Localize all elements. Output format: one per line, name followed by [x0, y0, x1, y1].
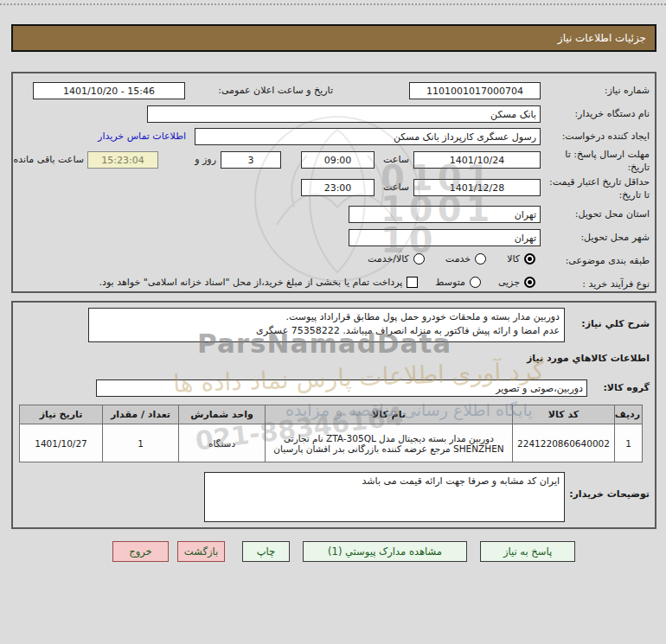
need-number-label: شماره نیاز:	[605, 85, 650, 96]
cell-goods-code: 2241220860640002	[513, 424, 615, 462]
radio-option-jozii[interactable]: جزیی	[498, 277, 535, 288]
creator-label: ایجاد کننده درخواست:	[562, 131, 650, 142]
checkbox-icon[interactable]	[407, 277, 418, 288]
radio-option-motevasset[interactable]: متوسط	[435, 277, 481, 288]
cell-need-date: 1401/10/27	[20, 424, 103, 462]
validity-time-field[interactable]: 23:00	[301, 179, 375, 196]
radio-label: جزیی	[498, 277, 520, 288]
countdown-timer: 15:23:04	[87, 151, 158, 169]
validity-date-field[interactable]: 1401/12/28	[413, 179, 541, 196]
page-title: جزئیات اطلاعات نیاز	[558, 32, 646, 44]
days-and-label: روز و	[195, 154, 216, 165]
col-header-code: کد کالا	[513, 405, 615, 424]
radio-icon[interactable]	[470, 277, 481, 288]
radio-selected-icon[interactable]	[524, 277, 535, 288]
radio-label: متوسط	[435, 277, 465, 288]
city-field[interactable]: تهران	[349, 229, 541, 246]
print-button[interactable]: چاپ	[242, 541, 290, 562]
deadline-hour-label: ساعت	[383, 154, 409, 165]
deadline-date-field[interactable]: 1401/10/24	[413, 151, 541, 169]
deadline-label: مهلت ارسال پاسخ: تا تاریخ:	[541, 148, 650, 174]
cell-row-no: 1	[615, 424, 643, 462]
page-title-bar: جزئیات اطلاعات نیاز	[11, 24, 656, 52]
respond-to-need-button[interactable]: پاسخ به نیاز	[480, 541, 575, 562]
radio-label: خدمت	[445, 253, 471, 265]
need-description-textarea[interactable]: دوربین مدار بسته و ملحقات خودرو حمل پول …	[88, 308, 565, 342]
announce-datetime-label: تاریخ و ساعت اعلان عمومی:	[218, 85, 333, 96]
goods-group-field[interactable]: دوربین،صوتی و تصویر	[96, 379, 587, 397]
deadline-time-field[interactable]: 09:00	[301, 151, 375, 169]
buyer-notes-text: ایران کد مشابه و صرفا جهت ارائه قیمت می …	[209, 475, 560, 488]
need-description-label: شرح کلي نیاز:	[581, 318, 650, 329]
col-header-row-no: ردیف	[615, 405, 643, 424]
radio-option-kala[interactable]: کالا	[507, 253, 535, 265]
radio-icon[interactable]	[475, 253, 486, 265]
creator-field[interactable]: رسول عسگری کارپرداز بانک مسکن	[195, 128, 541, 145]
goods-info-groupbox: شرح کلي نیاز: دوربین مدار بسته و ملحقات …	[11, 301, 656, 529]
radio-icon[interactable]	[413, 253, 425, 265]
col-header-unit: واحد شمارش	[179, 405, 266, 424]
goods-group-label: گروه کالا:	[603, 382, 650, 393]
buyer-contact-link[interactable]: اطلاعات تماس خریدار	[98, 131, 186, 142]
buyer-org-label: نام دستگاه خریدار:	[574, 108, 650, 119]
goods-table: ردیف کد کالا نام کالا واحد شمارش تعداد /…	[19, 405, 643, 462]
need-description-line2: عدم امضا و ارائه پیش فاکتور به منزله انص…	[93, 324, 560, 338]
cell-goods-name: دوربین مدار بسته دیجیتال مدل ZTA-305QL ن…	[266, 424, 513, 462]
need-info-groupbox: شماره نیاز: 1101001017000704 تاریخ و ساع…	[11, 72, 656, 293]
classification-label: طبقه بندی موضوعی:	[566, 255, 650, 266]
treasury-checkbox-option[interactable]: پرداخت تمام یا بخشی از مبلغ خرید،از محل …	[99, 277, 419, 288]
radio-label: کالا	[507, 253, 520, 265]
validity-label: حداقل تاریخ اعتبار قیمت: تا تاریخ:	[541, 175, 650, 201]
col-header-qty: تعداد / مقدار	[103, 405, 179, 424]
need-number-field[interactable]: 1101001017000704	[409, 82, 541, 99]
announce-datetime-field[interactable]: 1401/10/20 - 15:46	[33, 82, 185, 99]
province-label: استان محل تحویل:	[575, 208, 650, 220]
city-label: شهر محل تحویل:	[580, 232, 650, 243]
province-field[interactable]: تهران	[349, 206, 541, 223]
col-header-name: نام کالا	[266, 405, 513, 424]
back-button[interactable]: بازگشت	[177, 541, 225, 562]
need-description-line1: دوربین مدار بسته و ملحقات خودرو حمل پول …	[93, 310, 560, 324]
col-header-need-date: تاریخ نیاز	[20, 405, 103, 424]
goods-section-title: اطلاعات کالاهاي مورد نیاز	[527, 353, 650, 364]
process-type-label: نوع فرآیند خرید :	[582, 278, 650, 290]
view-attached-docs-button[interactable]: مشاهده مدارک پیوستي (1)	[303, 541, 467, 562]
buyer-notes-label: توضیحات خریدار:	[569, 488, 650, 500]
radio-option-kala-khedmat[interactable]: کالا/خدمت	[368, 253, 425, 265]
goods-table-header-row: ردیف کد کالا نام کالا واحد شمارش تعداد /…	[20, 405, 643, 424]
cell-qty: 1	[103, 424, 179, 462]
table-row: 1 2241220860640002 دوربین مدار بسته دیجی…	[20, 424, 643, 462]
validity-hour-label: ساعت	[383, 182, 409, 193]
cell-unit: دستگاه	[179, 424, 266, 462]
buyer-org-field[interactable]: بانک مسکن	[147, 105, 541, 123]
radio-label: کالا/خدمت	[368, 253, 409, 265]
days-remaining-field[interactable]: 3	[221, 151, 281, 169]
buyer-notes-textarea[interactable]: ایران کد مشابه و صرفا جهت ارائه قیمت می …	[204, 472, 565, 522]
treasury-checkbox-label: پرداخت تمام یا بخشی از مبلغ خرید،از محل …	[99, 277, 403, 288]
hours-remaining-label: ساعت باقی مانده	[13, 154, 84, 165]
radio-selected-icon[interactable]	[524, 253, 535, 265]
radio-option-khedmat[interactable]: خدمت	[445, 253, 486, 265]
exit-button[interactable]: خروج	[112, 541, 169, 562]
top-dotted-divider	[0, 3, 666, 5]
